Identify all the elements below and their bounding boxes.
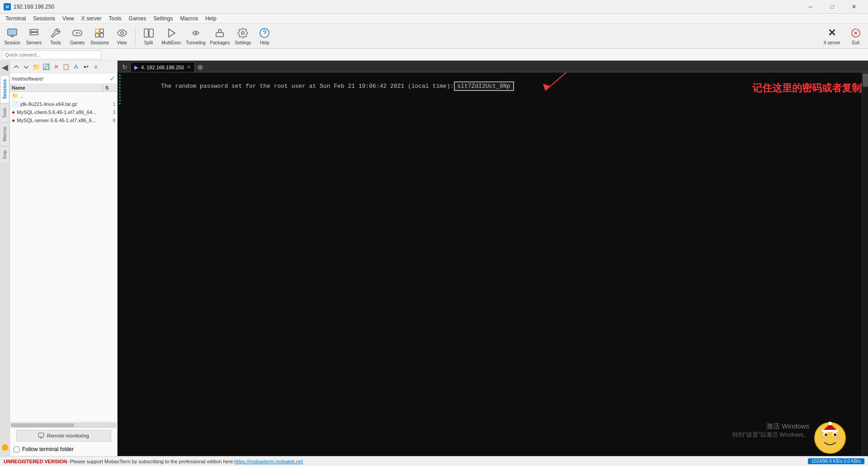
menu-xserver[interactable]: X server xyxy=(78,14,105,24)
file-item-jdk[interactable]: 📄 jdk-8u221-linux-x64.tar.gz 1 xyxy=(10,100,117,108)
toolbar-xserver[interactable]: ✕ X server xyxy=(819,24,844,48)
toolbar-view[interactable]: View xyxy=(112,24,132,48)
toolbar-sessions[interactable]: Sessions xyxy=(89,24,111,48)
svg-rect-16 xyxy=(100,33,104,37)
sidebar-item-macros[interactable]: Macros xyxy=(1,123,9,145)
svg-rect-22 xyxy=(216,33,223,37)
mobatek-link[interactable]: https://mobaxterm.mobatek.net xyxy=(235,459,303,464)
help-label: Help xyxy=(260,40,269,45)
minimize-button[interactable]: ─ xyxy=(800,0,821,14)
tab-close-button[interactable]: ✕ xyxy=(187,64,191,70)
toolbar-settings[interactable]: Settings xyxy=(232,24,253,48)
servers-icon xyxy=(28,27,40,39)
status-bar: UNREGISTERED VERSION - Please support Mo… xyxy=(0,456,868,466)
sidebar-item-tools[interactable]: Tools xyxy=(1,104,9,122)
fe-new-folder-button[interactable]: 📁 xyxy=(32,62,41,71)
file-size-jdk: 1 xyxy=(102,102,115,107)
file-item-dotdot[interactable]: 📁 .. xyxy=(10,92,117,100)
svg-rect-4 xyxy=(30,29,38,32)
status-bar-right: 1024/99.9 KB/s 0.0 KB/s xyxy=(808,458,864,464)
toolbar-split[interactable]: Split xyxy=(138,24,159,48)
fe-down-button[interactable] xyxy=(22,62,31,71)
tools-label: Tools xyxy=(50,40,61,45)
toolbar-tunneling[interactable]: Tunneling xyxy=(184,24,208,48)
xserver-icon: ✕ xyxy=(826,27,838,39)
fe-view-button[interactable]: ≡ xyxy=(91,62,100,71)
maximize-button[interactable]: □ xyxy=(822,0,843,14)
window-title: 192.168.198.250 xyxy=(14,4,800,10)
teal-dot-7 xyxy=(119,93,121,95)
status-dot-yellow xyxy=(2,444,8,451)
follow-terminal-folder-area: Follow terminal folder xyxy=(10,443,117,456)
teal-dot-10 xyxy=(119,103,121,105)
hscrollbar[interactable] xyxy=(11,423,116,428)
menu-games[interactable]: Games xyxy=(125,14,150,24)
close-button[interactable]: ✕ xyxy=(844,0,864,14)
sidebar-item-sessions[interactable]: Sessions xyxy=(1,75,9,103)
file-item-mysql-server[interactable]: ● MySQL-server-5.6.46-1.el7.x86_6... 8 xyxy=(10,116,117,124)
menu-tools[interactable]: Tools xyxy=(105,14,125,24)
tab-bar: ↻ ▶ 4. 192.168.198.250 ✕ ⊕ xyxy=(118,61,868,72)
terminal-content-wrapper: The random password set for the root use… xyxy=(118,72,868,456)
tools-icon xyxy=(49,27,62,39)
menu-settings[interactable]: Settings xyxy=(150,14,176,24)
teal-dot-9 xyxy=(119,100,121,101)
menu-help[interactable]: Help xyxy=(202,14,220,24)
fe-edit-button[interactable]: A xyxy=(71,62,80,71)
exit-icon xyxy=(849,27,862,39)
toolbar-servers[interactable]: Servers xyxy=(24,24,44,48)
file-explorer-hscrollbar-area[interactable] xyxy=(10,422,117,428)
unregistered-label: UNREGISTERED VERSION xyxy=(4,459,67,464)
file-icon-mysql-server: ● xyxy=(12,117,15,124)
menu-sessions[interactable]: Sessions xyxy=(29,14,59,24)
support-text: - Please support MobaxTerm by subscribin… xyxy=(67,459,235,464)
tab-refresh-button[interactable]: ↻ xyxy=(119,62,130,72)
follow-terminal-checkbox[interactable] xyxy=(14,447,19,452)
quick-connect-bar xyxy=(0,49,868,61)
file-col-name-header: Name xyxy=(10,84,104,91)
tab-terminal-icon: ▶ xyxy=(134,64,138,71)
toolbar-multiexec[interactable]: MultiExec xyxy=(160,24,183,48)
collapse-panel-button[interactable]: ◀ xyxy=(2,62,8,72)
terminal-left-dots xyxy=(118,72,122,456)
svg-rect-18 xyxy=(144,29,148,37)
toolbar-games[interactable]: Games xyxy=(67,24,88,48)
toolbar-exit[interactable]: Exit xyxy=(845,24,866,48)
file-icon-mysql-client: ● xyxy=(12,109,15,115)
terminal-output[interactable]: The random password set for the root use… xyxy=(122,72,862,456)
quick-connect-input[interactable] xyxy=(2,50,101,59)
fe-delete-button[interactable]: ✕ xyxy=(52,62,61,71)
remote-monitoring-button[interactable]: Remote monitoring xyxy=(16,430,111,442)
multiexec-icon xyxy=(165,27,178,39)
toolbar-help[interactable]: Help xyxy=(254,24,275,48)
file-path-check-icon: ✓ xyxy=(109,74,115,83)
fe-up-button[interactable] xyxy=(12,62,21,71)
terminal-right-scrollbar[interactable] xyxy=(862,72,868,456)
menu-macros[interactable]: Macros xyxy=(177,14,202,24)
fe-move-button[interactable]: ↩ xyxy=(81,62,90,71)
new-tab-button[interactable]: ⊕ xyxy=(195,62,206,72)
svg-rect-15 xyxy=(95,33,99,37)
terminal-output-text: The random password set for the root use… xyxy=(161,83,454,90)
fe-refresh-button[interactable]: 🔄 xyxy=(42,62,51,71)
follow-terminal-label[interactable]: Follow terminal folder xyxy=(22,446,74,452)
sidebar-item-snip[interactable]: Snip xyxy=(1,146,9,163)
svg-point-6 xyxy=(31,30,32,31)
file-list-header: Name S xyxy=(10,84,117,92)
toolbar-tools[interactable]: Tools xyxy=(45,24,66,48)
file-explorer: 📁 🔄 ✕ 📋 A ↩ ≡ /root/software/ ✓ Name S 📁… xyxy=(10,61,118,456)
file-item-mysql-client[interactable]: ● MySQL-client-5.6.46-1.el7.x86_64... 3 xyxy=(10,108,117,116)
menu-view[interactable]: View xyxy=(59,14,78,24)
file-path-text: /root/software/ xyxy=(12,76,109,81)
terminal-tab-active[interactable]: ▶ 4. 192.168.198.250 ✕ xyxy=(130,62,195,72)
transfer-rate-badge: 1024/99.9 KB/s 0.0 KB/s xyxy=(808,458,864,464)
menu-terminal[interactable]: Terminal xyxy=(2,14,29,24)
teal-dot-8 xyxy=(119,96,121,98)
toolbar-session[interactable]: Session xyxy=(2,24,23,48)
svg-rect-1 xyxy=(8,29,16,35)
toolbar-packages[interactable]: Packages xyxy=(208,24,232,48)
sidebar-dot-indicator xyxy=(2,442,8,452)
svg-point-11 xyxy=(79,32,80,33)
sessions-icon xyxy=(93,27,106,39)
fe-copy-button[interactable]: 📋 xyxy=(61,62,71,71)
